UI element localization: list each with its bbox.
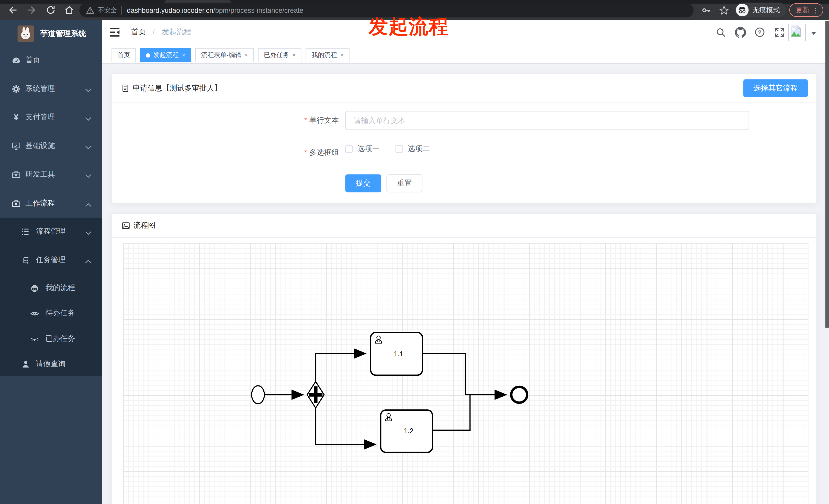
parallel-gateway [307,382,324,408]
logo-row[interactable]: 芋道管理系统 [0,20,102,46]
chevron-down-icon [85,143,92,149]
sidebar-item-my-process[interactable]: 我的流程 [0,275,102,301]
sidebar-item-infrastructure[interactable]: 基础设施 [0,131,102,160]
required-asterisk: * [304,116,307,124]
gear-icon [11,84,21,93]
sidebar-item-workflow[interactable]: 工作流程 [0,189,102,218]
password-key-icon[interactable] [700,4,713,16]
checkbox-icon[interactable] [396,146,403,153]
sidebar-toggle-icon[interactable] [109,27,120,37]
close-icon[interactable]: × [245,48,248,62]
tab-start-process[interactable]: 发起流程× [140,48,191,62]
security-warning-icon[interactable] [86,6,94,14]
apply-info-title: 申请信息【测试多审批人】 [133,83,221,93]
incognito-icon [736,4,749,16]
checkbox-group-label: *多选框组 [112,148,339,157]
tab-done-tasks[interactable]: 已办任务× [258,48,301,62]
browser-forward-icon[interactable] [25,4,38,16]
flow-task1-merge [423,353,465,395]
browser-menu-dots-icon[interactable]: ⋮ [812,6,819,14]
browser-reload-icon[interactable] [44,4,57,16]
breadcrumb-home[interactable]: 首页 [131,28,146,36]
tab-bar: 首页 发起流程× 流程表单-编辑× 已办任务× 我的流程× [102,44,829,64]
face-icon [30,283,39,293]
update-label[interactable]: 更新 [796,5,809,15]
main-content: 申请信息【测试多审批人】 选择其它流程 *单行文本 *多选框组 选项一 选项二 … [102,64,829,504]
checkbox-option-2[interactable]: 选项二 [396,144,430,154]
avatar-dropdown-caret-icon[interactable] [811,32,817,35]
search-icon[interactable] [715,25,726,39]
page: 不安全 dashboard.yudao.iocoder.cn/bpm/proce… [0,0,829,504]
monitor-icon [11,141,21,150]
chevron-down-icon [85,115,92,120]
browser-home-icon[interactable] [63,4,76,16]
fullscreen-icon[interactable] [773,25,785,39]
checkbox-group: 选项一 选项二 [345,144,430,154]
security-label[interactable]: 不安全 [98,6,117,15]
avatar[interactable] [788,24,806,41]
eye-icon [30,309,39,318]
sidebar-item-home[interactable]: 首页 [0,46,102,75]
sidebar-item-process-management[interactable]: 流程管理 [0,219,102,244]
annotation-text: 发起流程 [368,14,449,40]
sidebar-item-leave-query[interactable]: 请假查询 [0,351,102,377]
chevron-up-icon [85,201,92,206]
browser-back-icon[interactable] [6,4,19,16]
document-icon [122,84,130,92]
user-task-1-2[interactable]: 1.2 [381,410,433,452]
reset-button[interactable]: 重置 [386,174,423,192]
process-diagram-card-header: 流程图 [112,214,816,238]
apply-info-card-header: 申请信息【测试多审批人】 选择其它流程 [112,74,816,103]
process-diagram-card: 流程图 [111,214,817,504]
broken-image-icon [789,25,802,38]
single-line-text-input[interactable] [345,111,749,130]
help-icon[interactable]: ? [754,25,765,39]
sidebar-item-task-management[interactable]: 任务管理 [0,247,102,273]
close-icon[interactable]: × [182,48,185,62]
browser-update-button[interactable]: 更新 ⋮ [789,3,823,17]
bpmn-diagram: 1.1 1.2 [123,243,808,504]
tab-my-process[interactable]: 我的流程× [306,48,349,62]
close-icon[interactable]: × [292,48,296,62]
chevron-down-icon [85,86,92,91]
bookmark-star-icon[interactable] [718,4,730,16]
tree-list-icon [21,227,30,236]
eye-closed-icon [30,334,39,343]
yen-icon: ¥ [11,113,21,122]
sidebar-item-done-tasks[interactable]: 已办任务 [0,326,102,351]
url-path: /bpm/process-instance/create [213,6,303,14]
user-task-1-1[interactable]: 1.1 [370,333,423,375]
checkbox-option-1[interactable]: 选项一 [345,144,380,154]
breadcrumb-current: 发起流程 [161,28,191,36]
apply-info-card: 申请信息【测试多审批人】 选择其它流程 *单行文本 *多选框组 选项一 选项二 … [111,73,817,203]
url-domain: dashboard.yudao.iocoder.cn [127,6,213,14]
tab-home[interactable]: 首页 [111,48,136,62]
incognito-label: 无痕模式 [752,5,780,15]
sidebar-item-system[interactable]: 系统管理 [0,75,102,103]
branch-icon [21,256,30,265]
text-field-label: *单行文本 [112,116,339,125]
svg-text:?: ? [758,29,761,36]
sidebar-item-todo-tasks[interactable]: 待办任务 [0,301,102,326]
checkbox-icon[interactable] [345,146,353,153]
sidebar: 芋道管理系统 首页 系统管理 ¥ 支付管理 基础设施 研发工具 [0,20,102,504]
picture-icon [122,221,130,230]
incognito-badge: 无痕模式 [735,3,786,17]
breadcrumb-separator: / [153,28,155,36]
chevron-up-icon [85,257,92,263]
close-icon[interactable]: × [340,48,344,62]
bpmn-canvas[interactable]: 1.1 1.2 [123,243,808,504]
tab-form-edit[interactable]: 流程表单-编辑× [195,48,254,62]
process-diagram-title: 流程图 [133,221,155,230]
app-header: 首页 / 发起流程 ? TT [102,20,829,44]
person-icon [21,360,30,369]
submit-button[interactable]: 提交 [345,174,381,192]
url-separator [121,6,121,14]
github-icon[interactable] [734,25,746,39]
toolbox-icon [11,170,21,179]
scrollbar-thumb[interactable] [825,21,829,328]
select-other-process-button[interactable]: 选择其它流程 [743,79,808,97]
flow-gateway-to-task1 [316,353,364,382]
sidebar-item-payment[interactable]: ¥ 支付管理 [0,103,102,131]
sidebar-item-dev-tools[interactable]: 研发工具 [0,160,102,189]
